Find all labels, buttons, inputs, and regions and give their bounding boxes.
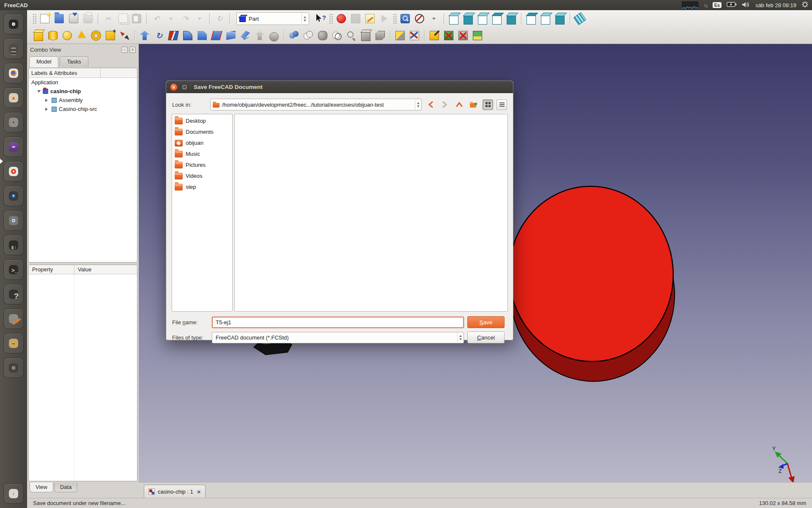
loft-icon[interactable] [224,29,238,42]
software-center-icon[interactable] [3,88,24,108]
front-view-icon[interactable] [475,12,490,25]
print-icon[interactable] [81,12,95,25]
parent-directory-button[interactable] [454,99,465,110]
chromium-icon[interactable] [3,186,24,206]
terminal-icon[interactable] [3,260,24,280]
spinner-icon[interactable] [457,332,464,342]
spinner-icon[interactable] [415,99,421,110]
rear-view-icon[interactable] [524,12,538,25]
sweep-icon[interactable] [238,29,252,42]
boolean-cut-icon[interactable] [301,29,315,42]
save-document-icon[interactable] [66,12,81,25]
archive-manager-icon[interactable] [3,39,24,59]
dialog-close-icon[interactable]: × [170,83,178,91]
network-indicator-icon[interactable] [704,2,708,8]
tab-data[interactable]: Data [54,483,77,492]
freecad-launcher-icon[interactable] [3,161,24,182]
firefox-icon[interactable] [3,63,24,83]
volume-indicator-icon[interactable] [742,2,750,9]
workspace-switcher-icon[interactable] [3,358,24,378]
cross-sections-icon[interactable] [344,29,359,42]
boolean-operations-icon[interactable] [407,29,422,42]
mirror-icon[interactable] [166,29,181,42]
redo-dropdown-icon[interactable] [192,12,207,25]
place-step[interactable]: step [172,181,232,192]
path-combobox[interactable]: /home/obijuan/development2/freec.../tuto… [210,99,422,110]
document-tab-casino-chip[interactable]: casino-chip : 1 × [144,485,206,498]
media-player-icon[interactable] [3,235,24,255]
shape-builder-icon[interactable] [118,29,132,42]
dialog-titlebar[interactable]: × Save FreeCAD Document [166,81,513,93]
casino-chip-3d-object[interactable] [503,181,680,387]
workbench-selector[interactable]: Part [236,12,309,25]
image-editor-icon[interactable] [3,333,24,353]
spinner-icon[interactable] [302,14,308,24]
macro-record-icon[interactable] [334,12,348,25]
convert-shape-icon[interactable] [470,29,485,42]
ruled-surface-icon[interactable] [209,29,224,42]
panel-close-icon[interactable]: × [129,47,136,53]
back-button[interactable] [425,99,436,110]
redo-icon[interactable]: ↷ [178,12,192,25]
tab-close-icon[interactable]: × [197,488,201,495]
box-icon[interactable] [31,29,46,42]
place-music[interactable]: Music [172,148,232,159]
draw-style-icon[interactable] [412,12,427,25]
undo-dropdown-icon[interactable] [164,12,178,25]
place-documents[interactable]: Documents [172,126,232,137]
place-home[interactable]: obijuan [172,137,232,148]
tab-tasks[interactable]: Tasks [60,56,88,67]
detail-view-toggle[interactable] [497,99,507,110]
web-browser-icon[interactable] [3,210,24,231]
list-view-toggle[interactable] [483,99,493,110]
fillet-icon[interactable] [181,29,195,42]
dialog-restore-icon[interactable] [181,83,188,91]
extrude-icon[interactable] [137,29,152,42]
new-document-icon[interactable] [38,12,52,25]
tree-item-casino-chip-src[interactable]: Casino-chip-src [41,105,137,113]
offset-icon[interactable] [252,29,267,42]
keyboard-layout-indicator[interactable]: Es [713,2,721,8]
explode-compound-icon[interactable] [373,29,387,42]
battery-indicator-icon[interactable] [727,2,737,8]
axonometric-view-icon[interactable] [461,12,475,25]
boolean-common-icon[interactable] [330,29,344,42]
copy-icon[interactable] [115,12,129,25]
forward-button[interactable] [439,99,450,110]
cut-icon[interactable]: ✂ [101,12,115,25]
help-icon[interactable] [3,284,24,304]
macro-stop-icon[interactable] [348,12,363,25]
draw-style-dropdown-icon[interactable] [427,12,441,25]
refresh-icon[interactable]: ↻ [212,12,227,25]
macro-play-icon[interactable] [377,12,392,25]
right-view-icon[interactable] [504,12,518,25]
tree-item-casino-chip[interactable]: casino-chip [35,87,137,96]
dash-home-icon[interactable] [3,14,24,34]
bottom-view-icon[interactable] [538,12,553,25]
whats-this-icon[interactable] [313,12,328,25]
collapse-caret-icon[interactable] [45,99,49,102]
panel-float-icon[interactable]: ▫ [121,47,128,53]
place-videos[interactable]: Videos [172,170,232,181]
save-button[interactable]: Save [467,316,505,328]
tree-item-application[interactable]: Application [29,78,137,87]
session-gear-icon[interactable] [801,1,809,9]
thickness-icon[interactable] [267,29,281,42]
tab-model[interactable]: Model [29,56,58,67]
cone-icon[interactable] [74,29,89,42]
file-type-combobox[interactable]: FreeCAD document (*.FCStd) [212,332,464,343]
new-folder-button[interactable] [468,99,479,110]
boolean-union-icon[interactable] [315,29,330,42]
expand-caret-icon[interactable] [37,90,41,94]
macro-edit-icon[interactable] [363,12,377,25]
box-selection-icon[interactable] [398,12,412,25]
tree-item-assembly[interactable]: Assembly [41,96,137,105]
measure-distance-icon[interactable] [573,12,587,25]
cylinder-icon[interactable] [46,29,60,42]
place-pictures[interactable]: Pictures [172,159,232,170]
open-document-icon[interactable] [52,12,66,25]
clock[interactable]: sáb feb 28 08:19 [755,2,796,8]
left-view-icon[interactable] [553,12,567,25]
defeature-icon[interactable] [456,29,470,42]
text-editor-icon[interactable] [3,309,24,329]
